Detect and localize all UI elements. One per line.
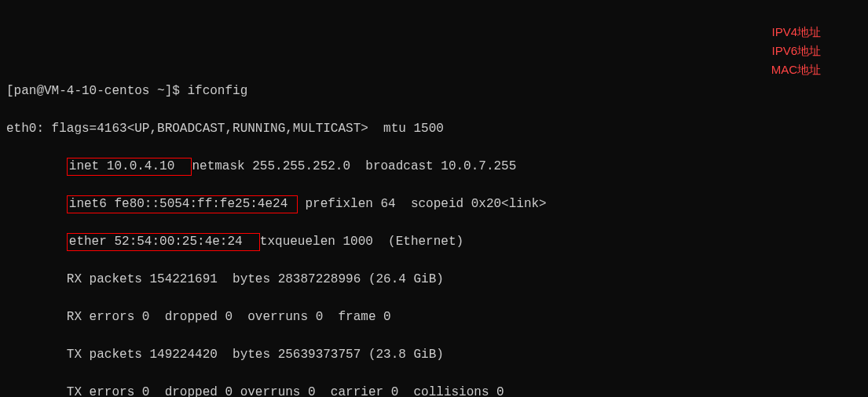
eth0-ether-rest: txqueuelen 1000 (Ethernet): [260, 235, 463, 249]
eth0-inet6-rest: prefixlen 64 scopeid 0x20<link>: [298, 197, 547, 211]
annotation-ipv4: IPV4地址: [771, 24, 821, 42]
ipv6-highlight: inet6 fe80::5054:ff:fe25:4e24: [67, 195, 298, 213]
eth0-tx-packets: TX packets 149224420 bytes 25639373757 (…: [6, 345, 862, 364]
command: ifconfig: [187, 84, 247, 98]
eth0-ether-line: ether 52:54:00:25:4e:24 txqueuelen 1000 …: [6, 232, 862, 251]
eth0-tx-errors: TX errors 0 dropped 0 overruns 0 carrier…: [6, 383, 862, 397]
prompt: [pan@VM-4-10-centos ~]$: [6, 84, 187, 98]
indent: [6, 159, 67, 173]
eth0-header: eth0: flags=4163<UP,BROADCAST,RUNNING,MU…: [6, 119, 862, 138]
annotation-mac: MAC地址: [771, 61, 821, 79]
eth0-inet-rest: netmask 255.255.252.0 broadcast 10.0.7.2…: [192, 159, 516, 173]
eth0-inet6-line: inet6 fe80::5054:ff:fe25:4e24 prefixlen …: [6, 195, 862, 213]
eth0-rx-packets: RX packets 154221691 bytes 28387228996 (…: [6, 270, 862, 289]
indent: [6, 235, 67, 249]
prompt-line: [pan@VM-4-10-centos ~]$ ifconfig: [6, 82, 862, 100]
indent: [6, 197, 67, 211]
ipv4-highlight: inet 10.0.4.10: [67, 158, 192, 176]
eth0-inet-line: inet 10.0.4.10 netmask 255.255.252.0 bro…: [6, 157, 862, 176]
mac-highlight: ether 52:54:00:25:4e:24: [67, 233, 260, 251]
eth0-rx-errors: RX errors 0 dropped 0 overruns 0 frame 0: [6, 308, 862, 326]
annotation-ipv6: IPV6地址: [771, 42, 821, 60]
